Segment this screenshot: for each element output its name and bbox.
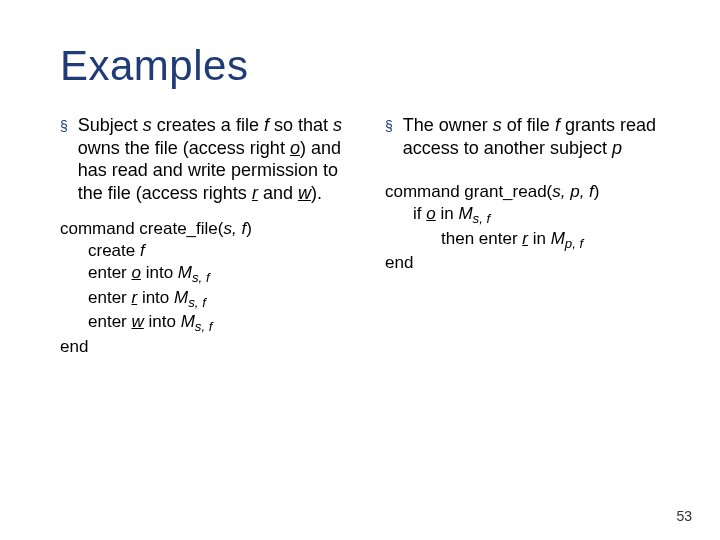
subscript: p, f <box>565 236 583 251</box>
cmd-line: enter o into Ms, f <box>60 262 355 287</box>
subscript: s, f <box>192 271 210 286</box>
right-w: w <box>298 183 311 203</box>
left-command-block: command create_file(s, f) create f enter… <box>60 218 355 358</box>
var-s: s <box>493 115 502 135</box>
right-bullet-text: The owner s of file f grants read access… <box>403 114 680 159</box>
cmd-end: end <box>385 252 680 274</box>
t: ). <box>311 183 322 203</box>
var-f: f <box>140 241 145 260</box>
args: s, p, f <box>552 182 594 201</box>
t: create <box>88 241 140 260</box>
right-w: w <box>131 312 143 331</box>
t: enter <box>88 312 131 331</box>
cmd-line: enter w into Ms, f <box>60 311 355 336</box>
matrix-M: M <box>178 263 192 282</box>
t: enter <box>88 288 131 307</box>
content-columns: § Subject s creates a file f so that s o… <box>60 114 680 358</box>
t: into <box>137 288 174 307</box>
subscript: s, f <box>195 320 213 335</box>
left-bullet-text: Subject s creates a file f so that s own… <box>78 114 355 204</box>
cmd-header: command grant_read(s, p, f) <box>385 181 680 203</box>
t: ) <box>594 182 600 201</box>
t: and <box>258 183 298 203</box>
right-column: § The owner s of file f grants read acce… <box>385 114 680 358</box>
var-p: p <box>612 138 622 158</box>
t: command create_file( <box>60 219 223 238</box>
t: into <box>144 312 181 331</box>
var-s: s <box>143 115 152 135</box>
right-bullet: § The owner s of file f grants read acce… <box>385 114 680 159</box>
left-column: § Subject s creates a file f so that s o… <box>60 114 355 358</box>
cmd-end: end <box>60 336 355 358</box>
t: owns the file (access right <box>78 138 290 158</box>
t: in <box>528 229 551 248</box>
cmd-line: then enter r in Mp, f <box>385 228 680 253</box>
right-o: o <box>290 138 300 158</box>
matrix-M: M <box>174 288 188 307</box>
t: in <box>436 204 459 223</box>
t: if <box>413 204 426 223</box>
left-bullet: § Subject s creates a file f so that s o… <box>60 114 355 204</box>
right-o: o <box>426 204 435 223</box>
t: The owner <box>403 115 493 135</box>
t: enter <box>88 263 131 282</box>
t: creates a file <box>152 115 264 135</box>
slide-title: Examples <box>60 42 680 90</box>
subscript: s, f <box>473 211 491 226</box>
var-s: s <box>333 115 342 135</box>
t: into <box>141 263 178 282</box>
t: of file <box>502 115 555 135</box>
cmd-line: enter r into Ms, f <box>60 287 355 312</box>
t: so that <box>269 115 333 135</box>
matrix-M: M <box>181 312 195 331</box>
cmd-line: create f <box>60 240 355 262</box>
cmd-header: command create_file(s, f) <box>60 218 355 240</box>
t: command grant_read( <box>385 182 552 201</box>
slide: Examples § Subject s creates a file f so… <box>0 0 720 540</box>
right-command-block: command grant_read(s, p, f) if o in Ms, … <box>385 181 680 274</box>
page-number: 53 <box>676 508 692 524</box>
t: ) <box>246 219 252 238</box>
bullet-icon: § <box>60 118 68 136</box>
matrix-M: M <box>458 204 472 223</box>
bullet-icon: § <box>385 118 393 136</box>
args: s, f <box>223 219 246 238</box>
t: then enter <box>441 229 522 248</box>
right-o: o <box>131 263 140 282</box>
matrix-M: M <box>551 229 565 248</box>
subscript: s, f <box>188 295 206 310</box>
t: Subject <box>78 115 143 135</box>
cmd-line: if o in Ms, f <box>385 203 680 228</box>
